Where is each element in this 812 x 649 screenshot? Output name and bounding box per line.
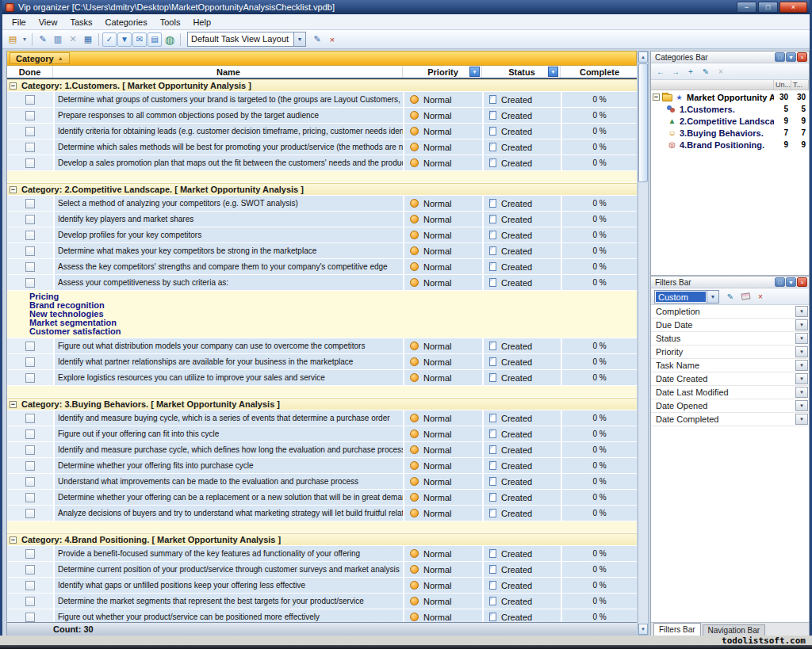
filter-row[interactable]: Task Name▼ <box>651 359 809 372</box>
category-tree-item[interactable]: ◎4.Brand Positioning.99 <box>651 139 809 151</box>
edit-task-icon[interactable]: ✎ <box>36 32 50 47</box>
scroll-down-icon[interactable]: ▼ <box>638 624 648 635</box>
filter-dropdown-button[interactable]: ▼ <box>795 360 808 371</box>
column-header-name[interactable]: Name <box>55 66 403 78</box>
collapse-icon[interactable]: − <box>10 82 17 90</box>
group-header[interactable]: −Category: 2.Competitive Landscape. [ Ma… <box>7 183 637 195</box>
task-checkbox[interactable] <box>25 231 35 240</box>
task-row[interactable]: Determine which sales methods will be be… <box>7 139 637 155</box>
task-row[interactable]: Determine whether your offering fits int… <box>7 458 637 473</box>
task-row[interactable]: Determine whether your offering can be a… <box>7 490 637 505</box>
status-filter-button[interactable]: ▼ <box>548 67 558 77</box>
task-checkbox[interactable] <box>25 581 35 590</box>
add-category-icon[interactable]: + <box>684 65 697 78</box>
group-header[interactable]: −Category: 4.Brand Positioning. [ Market… <box>7 533 637 545</box>
globe-icon[interactable]: ◍ <box>163 32 177 47</box>
menu-item-categories[interactable]: Categories <box>99 16 154 29</box>
pin-icon[interactable]: ▼ <box>786 52 796 62</box>
collapse-icon[interactable]: − <box>653 94 660 101</box>
task-row[interactable]: Prepare responses to all common objectio… <box>7 108 637 123</box>
column-header-priority[interactable]: Priority ▼ <box>404 66 482 78</box>
combo-dropdown-icon[interactable]: ▼ <box>293 32 305 46</box>
task-checkbox[interactable] <box>25 215 35 224</box>
task-row[interactable]: Identify and measure buying cycle, which… <box>7 410 637 426</box>
filter-dropdown-button[interactable]: ▼ <box>795 319 808 330</box>
column-header-complete[interactable]: Complete <box>562 66 637 78</box>
task-row[interactable]: Provide a benefit-focused summary of the… <box>7 546 637 561</box>
task-row[interactable]: Determine what makes your key competitor… <box>7 243 637 258</box>
move-down-icon[interactable]: ▼ <box>117 32 132 47</box>
delete-filter-icon[interactable]: × <box>754 290 767 303</box>
menu-item-tasks[interactable]: Tasks <box>63 16 98 29</box>
category-tree-item[interactable]: 1.Customers.55 <box>651 103 809 115</box>
task-row[interactable]: Identify key players and market sharesNo… <box>7 212 637 227</box>
task-checkbox[interactable] <box>25 246 35 256</box>
notes-icon[interactable]: ▦ <box>81 32 95 47</box>
categories-bar-close-icon[interactable]: × <box>797 52 807 62</box>
filter-dropdown-button[interactable]: ▼ <box>795 400 808 411</box>
task-row[interactable]: Develop a sales promotion plan that maps… <box>7 155 637 170</box>
task-row[interactable]: Explore logistics resources you can util… <box>7 370 637 385</box>
task-checkbox[interactable] <box>25 95 35 105</box>
close-button[interactable]: × <box>779 2 807 13</box>
delete-task-icon[interactable]: ✕ <box>66 32 80 47</box>
task-checkbox[interactable] <box>25 199 35 208</box>
edit-category-icon[interactable]: ✎ <box>699 65 712 78</box>
delete-category-icon[interactable]: × <box>714 65 727 78</box>
filter-dropdown-button[interactable]: ▼ <box>795 333 808 344</box>
pin-icon[interactable]: ▼ <box>786 277 796 287</box>
new-task-icon[interactable]: ▤ <box>6 32 20 47</box>
task-checkbox[interactable] <box>25 549 35 559</box>
task-checkbox[interactable] <box>25 373 35 383</box>
scrollbar-thumb[interactable] <box>638 63 648 182</box>
collapse-icon[interactable]: − <box>10 536 17 544</box>
column-header-done[interactable]: Done <box>7 66 53 78</box>
scroll-up-icon[interactable]: ▲ <box>638 52 648 63</box>
move-right-icon[interactable]: → <box>669 65 682 78</box>
filter-dropdown-button[interactable]: ▼ <box>795 387 808 398</box>
menu-item-tools[interactable]: Tools <box>154 16 187 29</box>
task-row[interactable]: Figure out what distribution models your… <box>7 338 637 353</box>
complete-task-icon[interactable]: ✓ <box>102 32 117 47</box>
task-row[interactable]: Determine the market segments that repre… <box>7 594 637 609</box>
task-checkbox[interactable] <box>25 278 35 288</box>
task-row[interactable]: Understand what improvements can be made… <box>7 474 637 489</box>
menu-item-view[interactable]: View <box>33 16 64 29</box>
task-row[interactable]: Develop profiles for your key competitor… <box>7 227 637 242</box>
panel-tab-filters-bar[interactable]: Filters Bar <box>653 623 701 636</box>
new-task-dropdown-icon[interactable]: ▾ <box>21 32 29 47</box>
task-checkbox[interactable] <box>25 143 35 152</box>
panel-window-icon[interactable]: □ <box>775 277 785 287</box>
titlebar[interactable]: Vip organizer [C:\Users\dmitry\Desktop\M… <box>2 0 810 14</box>
category-tree-item[interactable]: ▲2.Competitive Landscape99 <box>651 115 809 127</box>
delete-layout-icon[interactable]: × <box>325 32 339 47</box>
task-row[interactable]: Assess the key competitors' strengths an… <box>7 259 637 274</box>
filter-row[interactable]: Date Created▼ <box>651 372 809 386</box>
task-checkbox[interactable] <box>25 262 35 272</box>
task-checkbox[interactable] <box>25 597 35 606</box>
send-email-icon[interactable]: ✉ <box>132 32 147 47</box>
collapse-icon[interactable]: − <box>10 186 17 193</box>
task-row[interactable]: Determine what groups of customers your … <box>7 92 637 107</box>
duplicate-task-icon[interactable]: ▥ <box>51 32 65 47</box>
panel-window-icon[interactable]: □ <box>775 52 785 62</box>
task-checkbox[interactable] <box>25 477 35 487</box>
filter-row[interactable]: Date Completed▼ <box>651 413 809 426</box>
filter-row[interactable]: Priority▼ <box>651 345 809 359</box>
task-row[interactable]: Figure out whether your product/service … <box>7 609 637 622</box>
task-row[interactable]: Identify criteria for obtaining leads (e… <box>7 124 637 139</box>
task-row[interactable]: Identify and measure purchase cycle, whi… <box>7 442 637 457</box>
task-checkbox[interactable] <box>25 127 35 136</box>
edit-layout-icon[interactable]: ✎ <box>310 32 324 47</box>
site-link[interactable]: todolistsoft.com <box>722 636 806 646</box>
group-header[interactable]: −Category: 1.Customers. [ Market Opportu… <box>7 79 637 91</box>
filter-dropdown-button[interactable]: ▼ <box>795 414 808 425</box>
category-tree-item[interactable]: −★Market Opportunity Analy3030 <box>651 91 809 103</box>
category-tree-item[interactable]: ☺3.Buying Behaviors.77 <box>651 127 809 139</box>
filter-row[interactable]: Date Opened▼ <box>651 399 809 413</box>
filters-bar-close-icon[interactable]: × <box>797 277 807 287</box>
task-checkbox[interactable] <box>25 414 35 423</box>
collapse-icon[interactable]: − <box>10 401 17 408</box>
menu-item-help[interactable]: Help <box>186 16 217 29</box>
move-left-icon[interactable]: ← <box>654 65 667 78</box>
